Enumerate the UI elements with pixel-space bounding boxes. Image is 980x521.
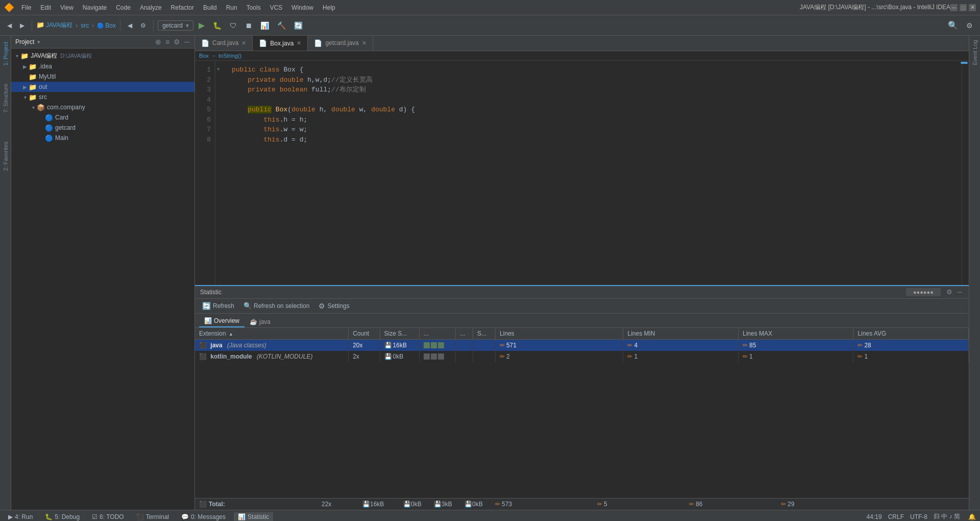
breadcrumb-tostring[interactable]: toString() [218, 53, 241, 59]
menu-analyze[interactable]: Analyze [136, 3, 166, 12]
debug-button[interactable]: 🐛 [210, 18, 225, 33]
menu-tools[interactable]: Tools [242, 3, 265, 12]
line-separator: CRLF [888, 513, 904, 520]
breadcrumb-project[interactable]: 📁JAVA编程 [36, 21, 72, 30]
breadcrumb-src[interactable]: src [81, 22, 89, 29]
encoding-label: UTF-8 [910, 513, 927, 520]
maximize-button[interactable]: □ [960, 4, 967, 11]
app-icon: 🔶 [4, 3, 14, 12]
menu-window[interactable]: Window [287, 3, 317, 12]
statistic-settings-btn[interactable]: ⚙ [945, 288, 954, 296]
col-count[interactable]: Count [349, 328, 380, 340]
panel-expand-button[interactable]: ≡ [164, 38, 170, 46]
close-getcard-java-button[interactable]: ✕ [362, 40, 366, 46]
menu-code[interactable]: Code [112, 3, 135, 12]
tab-box-java[interactable]: 📄 Box.java ✕ [253, 36, 308, 51]
breadcrumb-box-label[interactable]: Box [199, 53, 209, 59]
col-extension[interactable]: Extension ▲ [195, 328, 349, 340]
menu-build[interactable]: Build [199, 3, 221, 12]
toolbar-icon-2[interactable]: ⚙ [137, 18, 149, 33]
tree-item-idea[interactable]: ▶ 📁 .idea [11, 61, 194, 72]
total-lines: ✏573 [495, 501, 597, 508]
panel-settings-button[interactable]: ⚙ [173, 38, 181, 46]
code-content[interactable]: public class Box { private double h,w,d;… [226, 61, 962, 285]
panel-locate-button[interactable]: ⊕ [154, 38, 162, 46]
tab-java[interactable]: ☕ java [244, 316, 276, 327]
run-config-dropdown-icon[interactable]: ▾ [186, 22, 189, 29]
tree-item-card[interactable]: 🔵 Card [11, 112, 194, 123]
bottom-tab-todo[interactable]: ☑ 6: TODO [88, 512, 128, 522]
menu-view[interactable]: View [56, 3, 78, 12]
tree-item-company[interactable]: ▾ 📦 com.company [11, 102, 194, 112]
run-with-coverage-button[interactable]: 🛡 [227, 18, 240, 33]
build-artifacts-button[interactable]: 🔨 [274, 18, 289, 33]
tree-item-root[interactable]: ▾ 📁 JAVA编程 D:\JAVA编程 [11, 51, 194, 61]
kotlin-col5-cell [456, 351, 473, 362]
box-java-icon: 📄 [259, 39, 267, 47]
col-lines-min[interactable]: Lines MIN [623, 328, 738, 340]
bottom-tab-terminal[interactable]: ⬛ Terminal [132, 512, 173, 522]
run-button[interactable]: ▶ [195, 18, 208, 33]
tab-getcard-java[interactable]: 📄 getcard.java ✕ [308, 36, 373, 51]
favorites-vertical-tab[interactable]: 2: Favorites [1, 137, 10, 175]
col-lines[interactable]: Lines [495, 328, 623, 340]
tree-item-myutil[interactable]: 📁 MyUtil [11, 72, 194, 82]
tree-item-src[interactable]: ▾ 📁 src [11, 92, 194, 102]
panel-minimize-button[interactable]: ─ [183, 38, 190, 46]
tree-item-getcard[interactable]: 🔵 getcard [11, 123, 194, 133]
code-editor[interactable]: 12345678 ▾ public class Box { private do… [195, 61, 969, 285]
main-toolbar: ◀ ▶ 📁JAVA编程 › src › 🔵Box ◀ ⚙ getcard ▾ ▶… [0, 15, 980, 36]
statistic-minimize-btn[interactable]: ─ [956, 288, 964, 296]
bottom-tab-statistic[interactable]: 📊 Statistic [234, 512, 273, 522]
col-size[interactable]: Size S... [380, 328, 419, 340]
table-row-java[interactable]: ⬛ java (Java classes) 20x 💾16kB [195, 339, 969, 351]
bottom-tab-debug[interactable]: 🐛 5: Debug [41, 512, 84, 522]
menu-navigate[interactable]: Navigate [79, 3, 111, 12]
toolbar-icon-1[interactable]: ◀ [125, 18, 135, 33]
tab-overview[interactable]: 📊 Overview [199, 315, 244, 327]
refresh-label: Refresh [213, 302, 234, 310]
col-col5[interactable]: ... [456, 328, 473, 340]
event-log-tab[interactable]: Event Log [970, 36, 979, 69]
forward-button[interactable]: ▶ [17, 18, 28, 33]
back-button[interactable]: ◀ [4, 18, 15, 33]
settings-button[interactable]: ⚙ [963, 18, 976, 33]
tree-item-out[interactable]: ▶ 📁 out [11, 82, 194, 92]
search-everywhere-button[interactable]: 🔍 [945, 18, 961, 33]
menu-vcs[interactable]: VCS [266, 3, 287, 12]
stop-button[interactable]: ⏹ [242, 18, 255, 33]
col-lines-avg[interactable]: Lines AVG [853, 328, 969, 340]
java-ext-cell: ⬛ java (Java classes) [195, 339, 349, 351]
debug-tab-label: 5: Debug [55, 513, 80, 520]
refresh-button[interactable]: 🔄 Refresh [199, 301, 237, 311]
close-box-java-button[interactable]: ✕ [297, 40, 301, 46]
tab-card-java[interactable]: 📄 Card.java ✕ [195, 36, 253, 51]
breadcrumb-box[interactable]: 🔵Box [97, 22, 116, 29]
statistic-header-action-btn[interactable]: ●●●●●● [906, 288, 941, 296]
close-button[interactable]: ✕ [969, 4, 976, 11]
toolbar-separator-1 [32, 20, 32, 31]
col-col4[interactable]: ... [419, 328, 455, 340]
menu-file[interactable]: File [17, 3, 35, 12]
minimize-button[interactable]: ─ [950, 4, 958, 11]
update-button[interactable]: 🔄 [291, 18, 306, 33]
menu-run[interactable]: Run [222, 3, 241, 12]
menu-help[interactable]: Help [318, 3, 339, 12]
col-lines-max[interactable]: Lines MAX [738, 328, 853, 340]
profile-button[interactable]: 📊 [257, 18, 272, 33]
close-card-java-button[interactable]: ✕ [241, 40, 246, 46]
project-vertical-tab[interactable]: 1: Project [1, 38, 10, 69]
tree-item-main[interactable]: 🔵 Main [11, 133, 194, 143]
panel-dropdown-icon[interactable]: ▾ [37, 39, 40, 45]
structure-vertical-tab[interactable]: 7: Structure [1, 80, 10, 117]
table-row-kotlin[interactable]: ⬛ kotlin_module (KOTLIN_MODULE) 2x 💾0kB [195, 351, 969, 362]
bottom-tab-run[interactable]: ▶ 4: Run [4, 512, 37, 522]
bottom-tab-bar: ▶ 4: Run 🐛 5: Debug ☑ 6: TODO ⬛ Terminal… [0, 510, 980, 521]
bottom-tab-messages[interactable]: 💬 0: Messages [177, 512, 230, 522]
fold-marker-5[interactable]: ▾ [216, 65, 225, 74]
settings-button[interactable]: ⚙ Settings [315, 301, 352, 311]
menu-edit[interactable]: Edit [36, 3, 55, 12]
col-col6[interactable]: S... [473, 328, 496, 340]
menu-refactor[interactable]: Refactor [167, 3, 198, 12]
refresh-on-selection-button[interactable]: 🔍 Refresh on selection [240, 301, 312, 311]
